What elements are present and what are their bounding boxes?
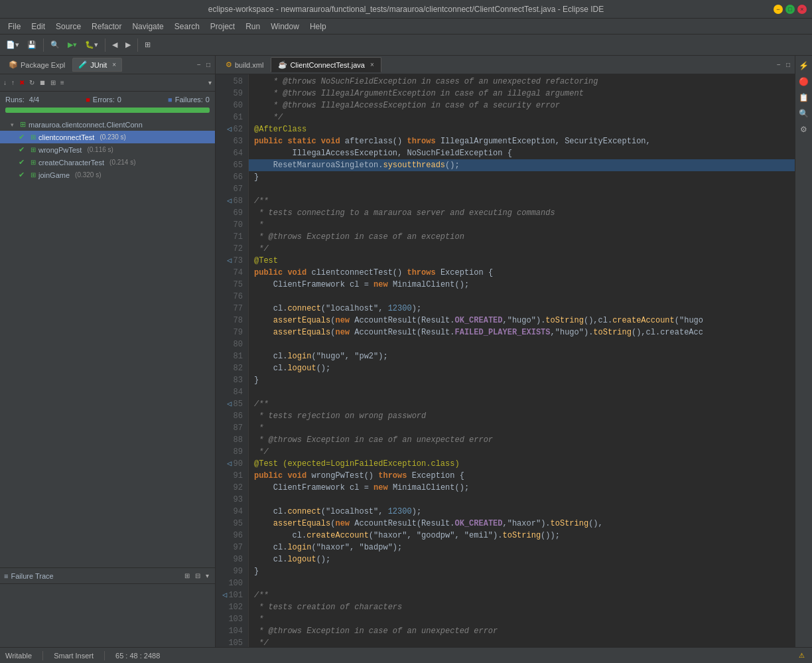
test-icon-2: ⊞	[31, 146, 36, 153]
tab-build-xml[interactable]: ⚙ build.xml	[218, 57, 271, 72]
test-tree: ▾ ⊞ marauroa.clientconnect.ClientConn ✔ …	[0, 118, 215, 567]
close-button[interactable]: ×	[797, 5, 807, 14]
package-explorer-icon: 📦	[9, 60, 18, 69]
rt-btn-4[interactable]: 🔍	[797, 106, 811, 121]
right-toolbar: ⚡ 🔴 📋 🔍 ⚙	[795, 56, 812, 647]
code-editor[interactable]: 58596061◁626364656667◁6869707172◁7374757…	[216, 74, 795, 647]
client-connect-tab-close[interactable]: ×	[370, 61, 374, 68]
test-icon-1: ⊞	[31, 133, 36, 141]
failure-trace-header[interactable]: ≡ Failure Trace ⊞ ⊟ ▾	[0, 568, 215, 584]
menu-run[interactable]: Run	[240, 21, 265, 33]
test-time-4: (0.320 s)	[75, 171, 101, 179]
editor-maximize-button[interactable]: □	[784, 60, 792, 70]
tb-separator-3	[137, 38, 138, 52]
junit-tab-close[interactable]: ×	[112, 61, 116, 68]
junit-history-button[interactable]: ⊞	[48, 78, 58, 88]
menu-search[interactable]: Search	[169, 21, 205, 33]
failure-trace-content	[0, 584, 215, 589]
menu-navigate[interactable]: Navigate	[127, 21, 169, 33]
build-xml-label: build.xml	[235, 61, 263, 69]
suite-label: marauroa.clientconnect.ClientConn	[29, 121, 143, 129]
junit-stop-button[interactable]: ⏹	[37, 78, 48, 88]
test-check-icon-4: ✔	[19, 171, 28, 179]
test-check-icon-3: ✔	[19, 158, 28, 167]
editor-tabs: ⚙ build.xml ☕ ClientConnectTest.java × −…	[216, 56, 795, 74]
test-time-1: (0.230 s)	[100, 133, 125, 141]
status-position: 65 : 48 : 2488	[115, 652, 160, 660]
junit-rerun-button[interactable]: ✖	[17, 78, 27, 88]
rt-btn-1[interactable]: ⚡	[797, 58, 811, 73]
failure-trace-copy-button[interactable]: ⊞	[182, 571, 192, 581]
editor-area: ⚙ build.xml ☕ ClientConnectTest.java × −…	[216, 56, 795, 647]
test-progress-bar	[5, 108, 210, 113]
tb-back-button[interactable]: ◀	[109, 38, 121, 51]
test-check-icon-1: ✔	[19, 133, 28, 141]
tb-new-button[interactable]: 📄▾	[3, 38, 23, 51]
junit-next-failure-button[interactable]: ↓	[1, 78, 9, 88]
status-right: ⚠	[797, 650, 807, 660]
test-item-joinGame[interactable]: ✔ ⊞ joinGame (0.320 s)	[0, 169, 215, 181]
menu-help[interactable]: Help	[304, 21, 332, 33]
tb-search-button[interactable]: 🔍	[47, 38, 63, 51]
tb-run-button[interactable]: ▶▾	[64, 38, 80, 51]
code-content[interactable]: * @throws NoSuchFieldException in cases …	[249, 74, 795, 647]
junit-rerun-failed-button[interactable]: ↻	[27, 78, 36, 88]
menu-file[interactable]: File	[3, 21, 26, 33]
left-panel: 📦 Package Expl 🧪 JUnit × − □ ↓ ↑ ✖ ↻ ⏹ ⊞…	[0, 56, 216, 647]
status-bar: Writable Smart Insert 65 : 48 : 2488 ⚠	[0, 647, 812, 663]
test-panel: Runs: 4/4 ■ Errors: 0 ■ Failures: 0	[0, 92, 215, 118]
failure-trace-filter-button[interactable]: ⊟	[193, 571, 202, 581]
rt-btn-2[interactable]: 🔴	[797, 74, 811, 89]
tb-separator-1	[43, 38, 44, 52]
client-connect-icon: ☕	[278, 60, 287, 69]
menu-bar: File Edit Source Refactor Navigate Searc…	[0, 19, 812, 35]
status-notification-button[interactable]: ⚠	[797, 650, 807, 660]
junit-layout-button[interactable]: ≡	[58, 78, 66, 88]
editor-minimize-button[interactable]: −	[775, 60, 783, 70]
panel-minimize-button[interactable]: −	[195, 60, 203, 70]
test-item-wrongPwTest[interactable]: ✔ ⊞ wrongPwTest (0.116 s)	[0, 143, 215, 156]
tab-client-connect[interactable]: ☕ ClientConnectTest.java ×	[271, 57, 381, 72]
test-suite-item[interactable]: ▾ ⊞ marauroa.clientconnect.ClientConn	[0, 118, 215, 131]
menu-refactor[interactable]: Refactor	[86, 21, 127, 33]
title-text: eclipse-workspace - newmarauroa/function…	[208, 5, 604, 14]
menu-window[interactable]: Window	[265, 21, 304, 33]
toolbar: 📄▾ 💾 🔍 ▶▾ 🐛▾ ◀ ▶ ⊞	[0, 35, 812, 56]
junit-options-button[interactable]: ▾	[206, 78, 214, 88]
test-item-createCharacterTest[interactable]: ✔ ⊞ createCharacterTest (0.214 s)	[0, 156, 215, 169]
minimize-button[interactable]: −	[774, 5, 783, 14]
failure-trace-options-button[interactable]: ▾	[204, 571, 211, 581]
errors-value: 0	[117, 96, 121, 104]
runs-label: Runs: 4/4	[5, 96, 39, 104]
test-label-1: clientconnectTest	[38, 133, 94, 141]
rt-btn-5[interactable]: ⚙	[797, 122, 811, 137]
runs-value: 4/4	[29, 96, 39, 104]
menu-project[interactable]: Project	[205, 21, 240, 33]
failure-trace-header-icon: ≡	[4, 572, 8, 580]
test-item-clientconnectTest[interactable]: ✔ ⊞ clientconnectTest (0.230 s)	[0, 131, 215, 143]
tb-save-button[interactable]: 💾	[24, 38, 40, 51]
suite-expand-icon: ▾	[11, 121, 17, 128]
test-check-icon-2: ✔	[19, 145, 28, 154]
tab-junit[interactable]: 🧪 JUnit ×	[72, 58, 122, 72]
junit-prev-failure-button[interactable]: ↑	[9, 78, 17, 88]
tb-forward-button[interactable]: ▶	[122, 38, 134, 51]
tb-perspective-button[interactable]: ⊞	[141, 38, 154, 51]
test-label-2: wrongPwTest	[38, 146, 82, 154]
panel-tabs: 📦 Package Expl 🧪 JUnit × − □	[0, 56, 215, 74]
test-icon-3: ⊞	[31, 159, 36, 166]
rt-btn-3[interactable]: 📋	[797, 90, 811, 105]
tb-debug-button[interactable]: 🐛▾	[82, 38, 102, 51]
failures-value: 0	[206, 96, 210, 104]
maximize-button[interactable]: □	[785, 5, 795, 14]
menu-source[interactable]: Source	[50, 21, 86, 33]
status-sep-2	[104, 651, 105, 660]
status-insert-mode: Smart Insert	[54, 652, 94, 660]
panel-maximize-button[interactable]: □	[204, 60, 212, 70]
tab-package-explorer[interactable]: 📦 Package Expl	[3, 58, 71, 72]
status-writable: Writable	[5, 652, 32, 660]
test-time-3: (0.214 s)	[109, 159, 135, 166]
junit-icon: 🧪	[78, 60, 88, 69]
menu-edit[interactable]: Edit	[26, 21, 50, 33]
suite-icon: ⊞	[20, 120, 26, 129]
